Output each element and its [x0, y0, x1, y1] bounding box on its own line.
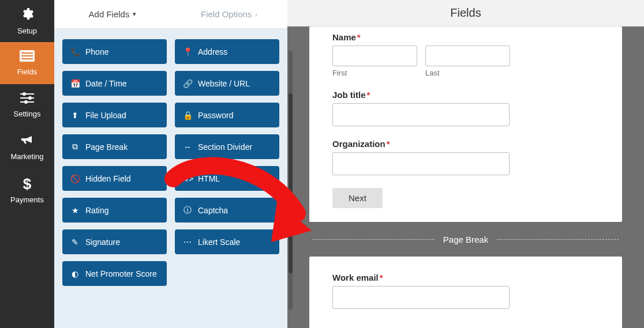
last-name-input[interactable] [425, 46, 510, 66]
field-type-net-promoter-score[interactable]: ◐Net Promoter Score [62, 261, 167, 286]
preview-header: Fields [287, 0, 644, 27]
pin-icon: 📍 [183, 47, 192, 56]
label-text: Work email [332, 273, 379, 282]
field-type-label: Rating [85, 206, 108, 215]
star-icon: ★ [70, 206, 80, 215]
palette-tabs: Add Fields ▾ Field Options › [54, 0, 287, 29]
required-marker: * [387, 139, 390, 149]
page-title: Fields [450, 6, 481, 20]
field-type-page-break[interactable]: ⧉Page Break [62, 134, 167, 159]
field-type-label: Phone [85, 47, 108, 56]
field-type-label: Website / URL [198, 79, 250, 88]
field-type-file-upload[interactable]: ⬆File Upload [62, 103, 167, 127]
field-type-hidden-field[interactable]: 🚫Hidden Field [62, 166, 167, 191]
svg-point-7 [28, 96, 32, 100]
required-marker: * [380, 273, 383, 282]
svg-rect-1 [21, 52, 33, 54]
field-type-rating[interactable]: ★Rating [62, 198, 167, 223]
field-type-html[interactable]: </>HTML [175, 166, 279, 191]
field-palette-grid: 📞Phone📍Address📅Date / Time🔗Website / URL… [54, 29, 287, 296]
sublabel-last: Last [425, 69, 510, 77]
swap-icon: ↔ [183, 142, 192, 152]
field-type-label: Hidden Field [85, 174, 131, 183]
pencil-icon: ✎ [70, 237, 80, 247]
page-break-label: Page Break [435, 235, 496, 244]
form-page-1: Name* First Last [309, 27, 622, 222]
field-type-label: File Upload [85, 111, 126, 120]
gear-icon [20, 7, 34, 24]
field-type-signature[interactable]: ✎Signature [62, 229, 167, 254]
work-email-input[interactable] [332, 286, 510, 309]
preview-area: Name* First Last [287, 27, 644, 328]
svg-rect-4 [20, 93, 34, 95]
field-label: Organization* [332, 139, 599, 149]
sidebar-item-settings[interactable]: Settings [0, 84, 54, 126]
field-type-label: Captcha [198, 206, 228, 215]
dots-icon: ⋯ [183, 237, 192, 247]
label-text: Organization [332, 139, 385, 149]
sidebar-item-fields[interactable]: Fields [0, 42, 54, 84]
field-type-section-divider[interactable]: ↔Section Divider [175, 134, 279, 159]
field-type-label: Section Divider [198, 142, 252, 152]
copy-icon: ⧉ [70, 142, 80, 152]
code-icon: </> [183, 174, 192, 183]
tab-label: Add Fields [89, 9, 130, 19]
sublabel-first: First [332, 69, 417, 77]
chevron-right-icon: › [255, 11, 257, 18]
phone-icon: 📞 [70, 47, 80, 56]
preview-column: Fields Name* First Last [287, 0, 644, 328]
app-sidebar: Setup Fields Settings Marketing $ Paymen… [0, 0, 54, 328]
required-marker: * [367, 90, 370, 100]
field-work-email[interactable]: Work email* [332, 273, 599, 309]
dollar-icon: $ [23, 175, 31, 193]
upload-icon: ⬆ [70, 111, 80, 120]
page-break-divider[interactable]: Page Break [309, 222, 622, 257]
field-job-title[interactable]: Job title* [332, 90, 599, 126]
first-name-input[interactable] [332, 46, 417, 66]
svg-point-9 [24, 100, 28, 104]
field-type-website-url[interactable]: 🔗Website / URL [175, 71, 279, 96]
field-type-date-time[interactable]: 📅Date / Time [62, 71, 167, 96]
tab-label: Field Options [201, 9, 252, 19]
chevron-down-icon: ▾ [133, 10, 136, 18]
sidebar-item-payments[interactable]: $ Payments [0, 168, 54, 210]
next-button[interactable]: Next [332, 188, 383, 208]
field-type-label: HTML [198, 174, 220, 183]
field-type-password[interactable]: 🔒Password [175, 103, 279, 127]
field-label: Work email* [332, 273, 599, 282]
svg-rect-3 [21, 58, 33, 59]
field-type-address[interactable]: 📍Address [175, 39, 279, 64]
field-name[interactable]: Name* First Last [332, 32, 599, 77]
button-label: Next [349, 193, 366, 203]
organization-input[interactable] [332, 152, 510, 175]
field-type-label: Page Break [85, 142, 128, 152]
info-icon: ⓘ [183, 205, 192, 216]
svg-rect-6 [20, 97, 34, 99]
sidebar-label: Settings [14, 110, 41, 118]
sidebar-item-setup[interactable]: Setup [0, 0, 54, 42]
field-type-label: Address [198, 47, 227, 56]
field-label: Job title* [332, 90, 599, 100]
sliders-icon [20, 92, 34, 107]
field-type-likert-scale[interactable]: ⋯Likert Scale [175, 229, 279, 254]
tab-field-options[interactable]: Field Options › [171, 0, 287, 28]
field-type-label: Date / Time [85, 79, 127, 88]
field-type-label: Net Promoter Score [85, 269, 157, 278]
svg-rect-2 [21, 55, 33, 56]
form-icon [20, 50, 35, 65]
bullhorn-icon [20, 134, 34, 150]
eye-off-icon: 🚫 [70, 174, 80, 183]
sidebar-label: Fields [17, 67, 38, 76]
label-text: Job title [332, 90, 366, 100]
sidebar-label: Setup [17, 27, 37, 35]
field-palette-panel: Add Fields ▾ Field Options › 📞Phone📍Addr… [54, 0, 287, 328]
field-type-phone[interactable]: 📞Phone [62, 39, 167, 64]
field-type-captcha[interactable]: ⓘCaptcha [175, 198, 279, 223]
tab-add-fields[interactable]: Add Fields ▾ [54, 0, 171, 28]
field-organization[interactable]: Organization* [332, 139, 599, 175]
job-title-input[interactable] [332, 103, 510, 126]
link-icon: 🔗 [183, 79, 192, 88]
sidebar-item-marketing[interactable]: Marketing [0, 126, 54, 168]
field-label: Name* [332, 32, 599, 42]
sidebar-label: Payments [10, 195, 44, 204]
